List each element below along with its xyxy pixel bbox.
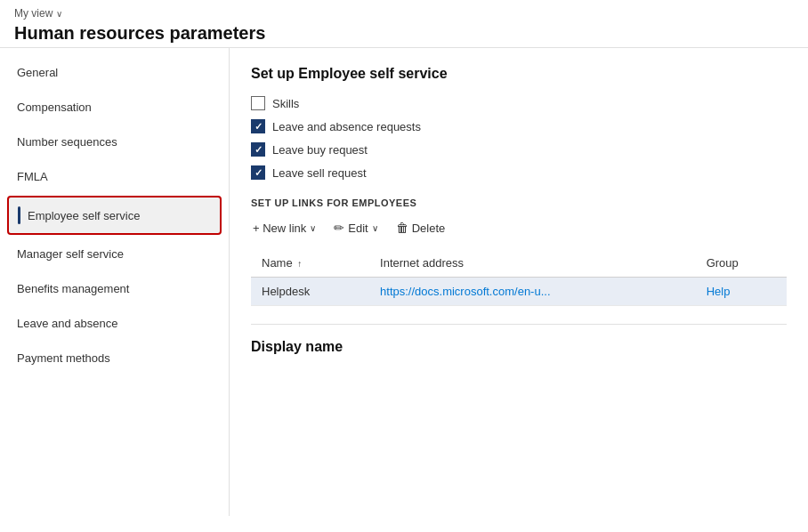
content-area: Set up Employee self service SkillsLeave…	[230, 48, 808, 516]
col-internet-address-label: Internet address	[380, 256, 464, 270]
sidebar-item-label: Benefits management	[17, 282, 129, 295]
edit-icon: ✏	[334, 221, 344, 235]
col-group-label: Group	[707, 256, 739, 270]
sidebar-item-compensation[interactable]: Compensation	[0, 90, 229, 125]
delete-label: Delete	[412, 222, 446, 235]
checkbox-label-leave-buy: Leave buy request	[272, 143, 368, 157]
my-view-label: My view	[14, 7, 53, 20]
delete-button[interactable]: 🗑 Delete	[394, 217, 448, 238]
table-header-row: Name ↑ Internet address Group	[251, 249, 787, 278]
chevron-down-icon: ∨	[56, 9, 62, 19]
sort-icon: ↑	[297, 259, 302, 269]
toolbar: + New link ∨ ✏ Edit ∨ 🗑 Delete	[251, 217, 787, 238]
checkbox-group: SkillsLeave and absence requestsLeave bu…	[251, 96, 787, 180]
display-name-section: Display name	[251, 324, 787, 355]
sidebar-item-employee-self-service[interactable]: Employee self service	[7, 196, 222, 235]
col-name-label: Name	[262, 256, 293, 270]
col-internet-address[interactable]: Internet address	[369, 249, 696, 278]
sidebar-item-general[interactable]: General	[0, 55, 229, 90]
sidebar-item-manager-self-service[interactable]: Manager self service	[0, 237, 229, 271]
edit-chevron-icon: ∨	[372, 223, 378, 233]
my-view-dropdown[interactable]: My view ∨	[14, 7, 794, 20]
edit-button[interactable]: ✏ Edit ∨	[332, 217, 379, 238]
checkbox-label-leave-absence: Leave and absence requests	[272, 120, 421, 133]
main-layout: GeneralCompensationNumber sequencesFMLAE…	[0, 48, 808, 516]
delete-icon: 🗑	[396, 221, 408, 235]
cell-name: Helpdesk	[251, 278, 369, 306]
checkbox-leave-sell[interactable]	[251, 165, 265, 180]
sidebar: GeneralCompensationNumber sequencesFMLAE…	[0, 48, 230, 516]
display-name-title: Display name	[251, 339, 787, 355]
cell-group: Help	[696, 278, 787, 306]
new-link-label: + New link	[253, 222, 306, 235]
sidebar-item-leave-and-absence[interactable]: Leave and absence	[0, 306, 229, 341]
checkbox-skills[interactable]	[251, 96, 265, 110]
new-link-chevron-icon: ∨	[310, 223, 316, 233]
sidebar-item-label: Manager self service	[17, 247, 124, 261]
cell-internet-address[interactable]: https://docs.microsoft.com/en-u...	[369, 278, 696, 306]
checkbox-label-skills: Skills	[272, 97, 299, 110]
checkbox-label-leave-sell: Leave sell request	[272, 166, 367, 180]
sidebar-item-payment-methods[interactable]: Payment methods	[0, 341, 229, 375]
sidebar-item-number-sequences[interactable]: Number sequences	[0, 125, 229, 159]
checkbox-leave-buy[interactable]	[251, 142, 265, 157]
links-section-label: SET UP LINKS FOR EMPLOYEES	[251, 197, 787, 208]
sidebar-item-fmla[interactable]: FMLA	[0, 159, 229, 194]
checkbox-row-leave-buy: Leave buy request	[251, 142, 787, 157]
sidebar-item-label: FMLA	[17, 170, 48, 183]
sidebar-item-label: General	[17, 66, 58, 79]
sidebar-item-label: Compensation	[17, 101, 92, 114]
checkbox-leave-absence[interactable]	[251, 119, 265, 133]
section-title: Set up Employee self service	[251, 66, 787, 82]
col-name[interactable]: Name ↑	[251, 249, 369, 278]
sidebar-item-label: Payment methods	[17, 351, 110, 365]
new-link-button[interactable]: + New link ∨	[251, 218, 318, 238]
active-indicator	[18, 206, 20, 224]
sidebar-item-label: Leave and absence	[17, 317, 117, 330]
table-row[interactable]: Helpdeskhttps://docs.microsoft.com/en-u.…	[251, 278, 787, 306]
page-title: Human resources parameters	[14, 23, 794, 44]
links-table: Name ↑ Internet address Group Helpdeskht…	[251, 249, 787, 306]
sidebar-item-label: Employee self service	[28, 209, 140, 222]
edit-label: Edit	[348, 222, 368, 235]
checkbox-row-leave-absence: Leave and absence requests	[251, 119, 787, 133]
top-bar: My view ∨ Human resources parameters	[0, 0, 808, 48]
sidebar-item-benefits-management[interactable]: Benefits management	[0, 271, 229, 306]
checkbox-row-skills: Skills	[251, 96, 787, 110]
col-group[interactable]: Group	[696, 249, 787, 278]
sidebar-item-label: Number sequences	[17, 135, 117, 149]
checkbox-row-leave-sell: Leave sell request	[251, 165, 787, 180]
